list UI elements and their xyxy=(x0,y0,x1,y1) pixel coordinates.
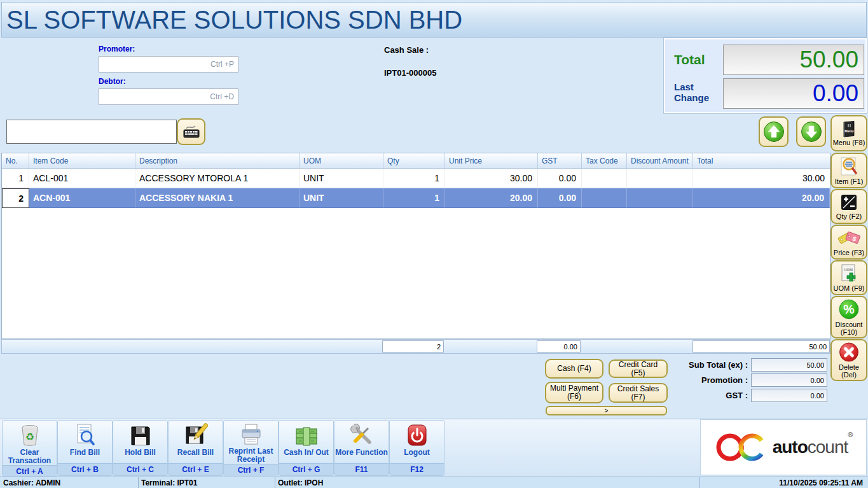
uom-icon: UOM xyxy=(839,263,858,284)
subtotal-label: Sub Total (ex) : xyxy=(636,360,748,370)
subtotal-value: 50.00 xyxy=(751,358,827,372)
svg-text:%: % xyxy=(843,302,854,316)
shortcut-badge: F12 xyxy=(390,463,444,475)
promotion-value: 0.00 xyxy=(751,373,827,387)
find-bill-icon xyxy=(73,423,97,447)
reprint-receipt-icon xyxy=(239,423,263,446)
status-separator xyxy=(699,477,700,488)
cashier-status: Cashier: ADMIN xyxy=(3,478,60,487)
cash-in-out-button[interactable]: Cash In/ Out Ctrl + G xyxy=(279,420,334,476)
svg-text:♻: ♻ xyxy=(25,431,34,442)
logout-button[interactable]: Logout F12 xyxy=(389,420,444,476)
cash-in-out-icon xyxy=(294,426,319,447)
cash-button[interactable]: Cash (F4) xyxy=(545,359,603,379)
col-uom[interactable]: UOM xyxy=(300,153,383,168)
debtor-label: Debtor: xyxy=(99,77,126,86)
table-row-selected[interactable]: 2 ACN-001 ACCESSORY NAKIA 1 UNIT 1 20.00… xyxy=(2,188,830,208)
scroll-up-button[interactable] xyxy=(759,116,789,147)
status-separator xyxy=(138,477,139,488)
hold-bill-icon xyxy=(129,424,152,447)
delete-icon xyxy=(836,342,862,363)
shortcut-badge: Ctrl + E xyxy=(169,463,223,475)
col-qty[interactable]: Qty xyxy=(383,153,445,168)
clear-transaction-icon: ♻ xyxy=(18,423,42,447)
datetime-status: 11/10/2025 09:25:11 AM xyxy=(779,478,863,487)
logout-icon xyxy=(406,423,429,447)
menu-button[interactable]: Menu Menu (F8) xyxy=(830,115,867,151)
qty-icon xyxy=(839,193,858,212)
virtual-keyboard-button[interactable] xyxy=(177,118,205,145)
shortcut-badge: F11 xyxy=(334,463,389,475)
reprint-last-receipt-button[interactable]: Reprint Last Receipt Ctrl + F xyxy=(223,420,279,476)
company-title: SL SOFTWARE SOLUTIONS SDN BHD xyxy=(2,6,462,34)
delete-button-label: Delete (Del) xyxy=(832,363,866,379)
title-bar: SL SOFTWARE SOLUTIONS SDN BHD xyxy=(1,2,867,38)
pos-window: SL SOFTWARE SOLUTIONS SDN BHD Promoter: … xyxy=(0,0,868,488)
autocount-logo-icon xyxy=(714,429,770,466)
expand-payment-button[interactable]: > xyxy=(546,406,667,415)
more-function-button[interactable]: More Function F11 xyxy=(334,420,389,476)
qty-button[interactable]: Qty (F2) xyxy=(830,189,867,224)
item-search-icon xyxy=(839,157,859,177)
status-bar: Cashier: ADMIN Terminal: IPT01 Outlet: I… xyxy=(0,477,868,488)
shortcut-badge: Ctrl + B xyxy=(58,463,112,475)
grand-total-box: 50.00 xyxy=(692,340,830,352)
col-total[interactable]: Total xyxy=(693,153,830,168)
svg-text:UOM: UOM xyxy=(844,268,853,272)
debtor-input[interactable] xyxy=(99,88,238,105)
delete-button[interactable]: Delete (Del) xyxy=(830,339,867,381)
discount-button-label: Discount (F10) xyxy=(832,321,866,336)
col-no[interactable]: No. xyxy=(2,153,29,168)
discount-button[interactable]: % Discount (F10) xyxy=(830,296,867,338)
shortcut-badge: Ctrl + F xyxy=(224,464,278,476)
price-button-label: Price (F3) xyxy=(834,249,864,256)
last-change-display: 0.00 xyxy=(723,78,864,109)
table-row[interactable]: 1 ACL-001 ACCESSORY MTOROLA 1 UNIT 1 30.… xyxy=(2,169,830,188)
table-header: No. Item Code Description UOM Qty Unit P… xyxy=(2,153,830,169)
promoter-input[interactable] xyxy=(99,56,238,73)
items-table: No. Item Code Description UOM Qty Unit P… xyxy=(1,153,830,339)
shortcut-badge: Ctrl + A xyxy=(3,465,57,477)
shortcut-badge: Ctrl + G xyxy=(279,463,333,475)
item-button-label: Item (F1) xyxy=(835,178,864,185)
total-value: 50.00 xyxy=(799,46,858,73)
recall-bill-icon xyxy=(184,423,208,447)
col-item-code[interactable]: Item Code xyxy=(29,153,135,168)
promoter-label: Promoter: xyxy=(99,45,135,53)
total-panel: Total 50.00 Last Change 0.00 xyxy=(664,38,867,113)
uom-button-label: UOM (F9) xyxy=(834,284,865,292)
qty-total-box: 2 xyxy=(382,340,444,352)
multi-payment-button[interactable]: Multi Payment (F6) xyxy=(545,382,603,403)
total-label: Total xyxy=(674,52,705,67)
brand-wordmark: autocount® xyxy=(773,437,853,457)
arrow-down-icon xyxy=(800,120,823,143)
find-bill-button[interactable]: Find Bill Ctrl + B xyxy=(57,420,113,476)
gst-value: 0.00 xyxy=(751,389,827,402)
recall-bill-button[interactable]: Recall Bill Ctrl + E xyxy=(168,420,223,476)
keyboard-icon xyxy=(182,123,201,140)
price-button[interactable]: $ Price (F3) xyxy=(830,225,867,260)
scroll-down-button[interactable] xyxy=(796,116,826,147)
shortcut-badge: Ctrl + C xyxy=(113,463,167,475)
clear-transaction-button[interactable]: ♻ Clear Transaction Ctrl + A xyxy=(2,420,57,476)
last-change-label: Last Change xyxy=(674,81,719,103)
arrow-up-icon xyxy=(762,120,785,143)
doc-number: IPT01-000005 xyxy=(384,68,436,78)
col-gst[interactable]: GST xyxy=(538,153,582,168)
item-search-button[interactable]: Item (F1) xyxy=(830,153,867,188)
price-tags-icon: $ xyxy=(837,228,860,248)
uom-button[interactable]: UOM UOM (F9) xyxy=(830,260,867,295)
col-tax-code[interactable]: Tax Code xyxy=(582,153,627,168)
col-description[interactable]: Description xyxy=(135,153,300,168)
doc-type-label: Cash Sale : xyxy=(384,45,429,55)
status-separator xyxy=(275,477,275,488)
menu-button-label: Menu (F8) xyxy=(833,139,865,146)
outlet-status: Outlet: IPOH xyxy=(278,478,323,487)
col-discount-amount[interactable]: Discount Amount xyxy=(627,153,693,168)
item-scan-input[interactable] xyxy=(6,120,177,144)
total-display: 50.00 xyxy=(723,45,864,75)
discount-icon: % xyxy=(836,298,862,320)
col-unit-price[interactable]: Unit Price xyxy=(445,153,538,168)
hold-bill-button[interactable]: Hold Bill Ctrl + C xyxy=(113,420,168,476)
gst-total-box: 0.00 xyxy=(537,340,581,352)
